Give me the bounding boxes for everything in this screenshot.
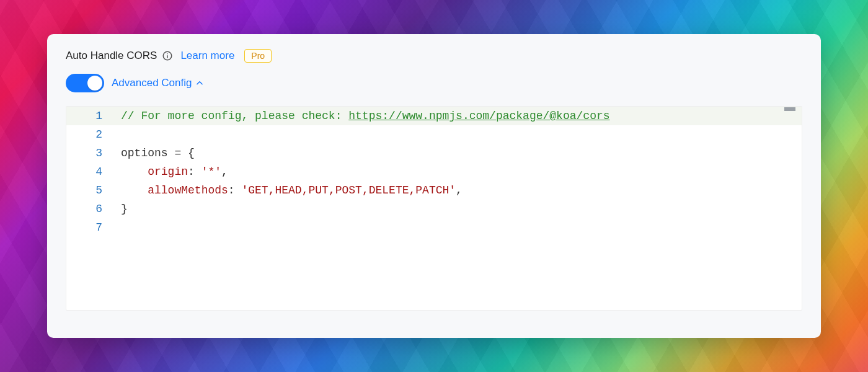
line-number: 4 (66, 162, 121, 181)
svg-point-2 (167, 53, 169, 55)
line-number: 2 (66, 125, 121, 144)
code-line: 4 origin: '*', (66, 162, 802, 181)
advanced-config-toggle[interactable] (66, 74, 104, 92)
code-content: options = { (121, 144, 802, 162)
code-line: 2 (66, 125, 802, 144)
editor-cursor-marker (784, 107, 795, 111)
section-title: Auto Handle CORS (66, 50, 157, 62)
info-icon[interactable] (162, 50, 173, 61)
line-number: 6 (66, 200, 121, 218)
code-content: } (121, 200, 802, 218)
advanced-config-label: Advanced Config (112, 77, 192, 89)
code-line: 3 options = { (66, 144, 802, 162)
code-content: origin: '*', (121, 162, 802, 181)
pro-badge: Pro (244, 49, 272, 63)
line-number: 5 (66, 181, 121, 200)
code-line: 6 } (66, 200, 802, 218)
toggle-knob (87, 76, 102, 91)
cors-header-row: Auto Handle CORS Learn more Pro (66, 49, 802, 63)
code-editor[interactable]: 1 // For more config, please check: http… (66, 106, 802, 311)
advanced-config-row: Advanced Config (66, 74, 802, 92)
chevron-up-icon (195, 79, 204, 87)
code-line: 5 allowMethods: 'GET,HEAD,PUT,POST,DELET… (66, 181, 802, 200)
advanced-config-expander[interactable]: Advanced Config (112, 77, 204, 89)
cors-settings-panel: Auto Handle CORS Learn more Pro Advanced… (47, 34, 821, 338)
code-line: 1 // For more config, please check: http… (66, 107, 802, 125)
learn-more-link[interactable]: Learn more (180, 50, 234, 62)
line-number: 1 (66, 107, 121, 125)
code-content: // For more config, please check: https:… (121, 107, 802, 125)
line-number: 3 (66, 144, 121, 162)
line-number: 7 (66, 218, 121, 237)
code-content: allowMethods: 'GET,HEAD,PUT,POST,DELETE,… (121, 181, 802, 200)
code-line: 7 (66, 218, 802, 237)
